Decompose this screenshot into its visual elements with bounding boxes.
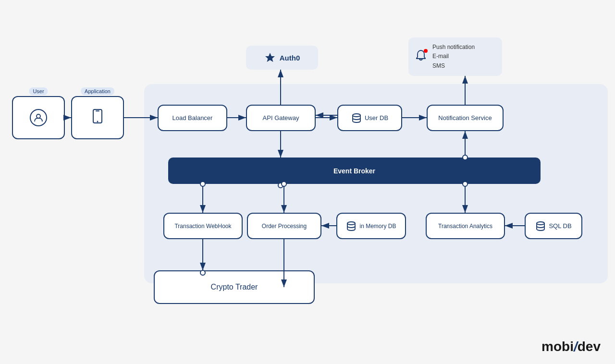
phone-icon	[92, 109, 103, 126]
event-broker-node: Event Broker	[168, 158, 541, 184]
db-icon-memory	[346, 221, 357, 231]
crypto-trader-node: Crypto Trader	[154, 270, 315, 304]
bell-dot	[424, 49, 428, 53]
dev-text: dev	[578, 339, 601, 354]
mobi-text: mobi	[541, 339, 574, 354]
auth0-label: Auth0	[280, 54, 300, 62]
transaction-webhook-node: Transaction WebHook	[163, 213, 243, 239]
order-processing-node: Order Processing	[247, 213, 321, 239]
db-icon-sql	[535, 221, 546, 231]
user-node: User	[12, 96, 65, 139]
notification-service-node: Notification Service	[427, 105, 504, 131]
notification-info-box: Push notification E-mail SMS	[408, 37, 502, 76]
in-memory-db-node: in Memory DB	[336, 213, 406, 239]
api-gateway-node: API Gateway	[246, 105, 316, 131]
svg-point-5	[353, 114, 360, 117]
sql-db-node: SQL DB	[525, 213, 582, 239]
transaction-analytics-node: Transaction Analytics	[426, 213, 505, 239]
diagram-container: Push notification E-mail SMS Auth0 User …	[0, 0, 615, 364]
application-node: Application	[71, 96, 124, 139]
mobidev-logo: mobi/dev	[541, 339, 601, 354]
svg-marker-0	[265, 53, 275, 62]
user-db-node: User DB	[337, 105, 402, 131]
auth0-box: Auth0	[246, 46, 318, 70]
load-balancer-node: Load Balancer	[158, 105, 227, 131]
db-icon	[351, 113, 362, 123]
svg-point-7	[537, 222, 544, 225]
notif-info-text: Push notification E-mail SMS	[432, 43, 475, 71]
auth0-icon	[264, 52, 276, 63]
svg-point-6	[347, 222, 355, 225]
svg-point-4	[97, 121, 98, 122]
user-icon	[30, 109, 47, 126]
user-label: User	[29, 87, 48, 95]
slash-text: /	[574, 339, 578, 354]
bell-icon	[414, 49, 428, 64]
app-label: Application	[81, 87, 114, 95]
svg-point-1	[37, 114, 40, 118]
